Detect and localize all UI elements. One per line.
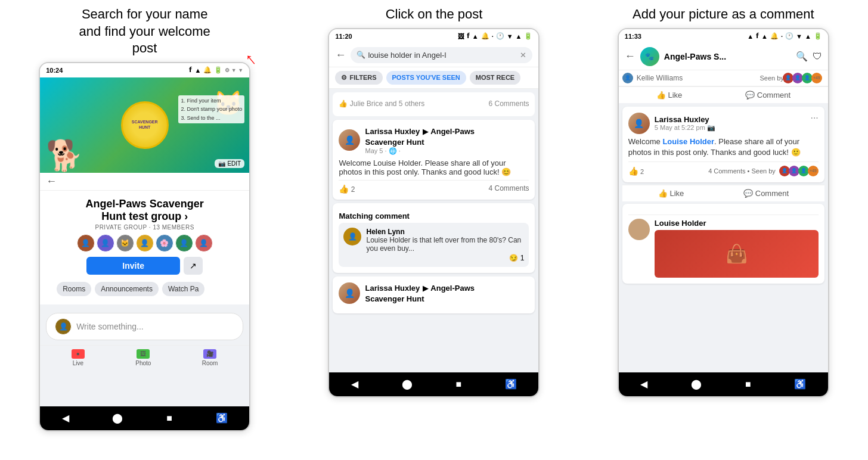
comment-icon-top: 💬 — [745, 91, 755, 100]
liked-by: 👍 Julie Brice and 5 others — [339, 100, 424, 108]
post-avatar-1: 👤 — [339, 129, 360, 151]
time-1: 10:24 — [46, 67, 63, 74]
wifi3-icon: ▼ — [796, 33, 802, 40]
announcements-tab[interactable]: Announcements — [95, 282, 159, 296]
live-icon: ● — [72, 349, 85, 359]
comment-button-top[interactable]: 💬 Comment — [745, 91, 790, 100]
write-placeholder: Write something... — [76, 322, 144, 331]
post-likes: 👍 2 — [339, 184, 355, 194]
feed-area: 👤 Write something... ● Live 🖼 Photo 🎥 Ro… — [40, 308, 249, 406]
edit-button[interactable]: 📷 EDIT — [215, 159, 244, 168]
recents-nav[interactable]: ■ — [166, 413, 172, 424]
bell3-icon: 🔔 — [770, 32, 779, 40]
status-bar-2: 11:20 🖼 𝗳 ▲ 🔔 · 🕐 ▼ ▲ 🔋 — [329, 29, 538, 43]
most-recent-tab[interactable]: MOST RECE — [470, 71, 520, 85]
back-nav[interactable]: ◀ — [62, 412, 69, 424]
back-phone3[interactable]: ← — [625, 50, 636, 63]
search-nav-icon[interactable]: 🔍 — [796, 51, 808, 62]
bag-emoji: 👜 — [726, 243, 748, 264]
back-button[interactable]: ← — [46, 175, 57, 188]
android-nav-3: ◀ ⬤ ■ ♿ — [619, 372, 828, 396]
comment-button-bottom[interactable]: 💬 Comment — [743, 189, 789, 198]
battery-icon: 🔋 — [214, 66, 222, 74]
comment-emoji: 😏 1 — [366, 254, 524, 262]
phone3-scroll: 👤 Larissa Huxley 5 May at 5:22 pm 📷 ··· … — [619, 103, 828, 372]
recents-nav-2[interactable]: ■ — [456, 379, 462, 390]
home-nav[interactable]: ⬤ — [112, 412, 123, 424]
chevron-icon: › — [184, 210, 188, 222]
helen-avatar: 👤 — [343, 228, 361, 245]
user-avatar: 👤 — [55, 318, 72, 335]
posts-seen-tab[interactable]: POSTS YOU'VE SEEN — [386, 71, 466, 85]
android-nav-1: ◀ ⬤ ■ ♿ — [40, 406, 249, 430]
group-meta: PRIVATE GROUP · 13 MEMBERS — [48, 224, 241, 231]
avatar-7: 👤 — [195, 234, 213, 252]
clear-search[interactable]: ✕ — [520, 51, 526, 60]
share-button[interactable]: ↗ — [184, 257, 203, 275]
rooms-tab[interactable]: Rooms — [57, 282, 91, 296]
post-card-2[interactable]: 👤 Larissa Huxley ▶ Angel-Paws Scavenger … — [333, 276, 535, 313]
matching-comment-content: Helen Lynn Louise Holder is that left ov… — [366, 228, 524, 262]
seen-by-user: 👤 Kellie Williams — [622, 73, 683, 83]
post3-date: 5 May at 5:22 pm — [655, 124, 705, 131]
back-search[interactable]: ← — [335, 49, 346, 61]
wifi-icon: ▲ — [194, 67, 201, 74]
like-comment-row-bottom: 👍 Like 💬 Comment — [622, 185, 824, 201]
watchparty-tab[interactable]: Watch Pa — [162, 282, 205, 296]
post-avatar-2: 👤 — [339, 282, 360, 304]
commenter-name: Louise Holder — [655, 219, 819, 228]
fb-like-icon: 👍 — [339, 100, 348, 108]
like-button-top[interactable]: 👍 Like — [656, 91, 683, 100]
seen3-av-more: +49 — [808, 166, 819, 176]
post3-comments-text: 4 Comments • Seen by — [708, 167, 776, 175]
like-button-bottom[interactable]: 👍 Like — [658, 189, 684, 198]
android-nav-2: ◀ ⬤ ■ ♿ — [329, 372, 538, 396]
phone-3: 11:33 ▲ 𝗳 ▲ 🔔 · 🕐 ▼ ▲ 🔋 ← 🐾 Angel-Paws S… — [618, 28, 829, 397]
like-comment-row-top: 👍 Like 💬 Comment — [619, 86, 828, 103]
avatar-5: 🌸 — [156, 234, 173, 252]
quick-tabs: Rooms Announcements Watch Pa — [48, 278, 241, 300]
signal-icon: ▲ — [516, 33, 522, 40]
shield-nav-icon[interactable]: 🛡 — [813, 51, 822, 62]
back-nav-3[interactable]: ◀ — [640, 378, 647, 390]
recents-nav-3[interactable]: ■ — [745, 379, 751, 390]
status-icons-1: 𝗳 ▲ 🔔 🔋 ⚙ ▼ ▼ — [189, 66, 243, 74]
more-options-icon[interactable]: ··· — [810, 113, 818, 123]
group-info: Angel-Paws ScavengerHunt test group › PR… — [40, 191, 249, 308]
photo-action[interactable]: 🖼 Photo — [135, 349, 151, 366]
instruction-2: Click on the post — [374, 0, 495, 28]
write-something-area[interactable]: 👤 Write something... — [46, 313, 243, 340]
room-action[interactable]: 🎥 Room — [202, 349, 218, 366]
column-2: Click on the post 11:20 🖼 𝗳 ▲ 🔔 · 🕐 ▼ ▲ … — [289, 0, 578, 397]
battery2-icon: 🔋 — [524, 32, 532, 40]
room-icon: 🎥 — [203, 349, 216, 359]
group-name: Angel-Paws ScavengerHunt test group › — [48, 198, 241, 223]
post-card-1[interactable]: 👤 Larissa Huxley ▶ Angel-Paws Scavenger … — [333, 120, 535, 200]
seen-by-name: Kellie Williams — [637, 74, 683, 82]
back-nav-2[interactable]: ◀ — [351, 378, 358, 390]
time-3: 11:33 — [625, 33, 641, 40]
accessibility-nav-3[interactable]: ♿ — [794, 378, 806, 390]
top-reactions-row: 👍 Julie Brice and 5 others 6 Comments — [339, 97, 529, 110]
edit-label: EDIT — [227, 160, 241, 167]
home-nav-2[interactable]: ⬤ — [402, 378, 413, 390]
post3-date-row: 5 May at 5:22 pm 📷 — [655, 124, 715, 132]
comment-author: Helen Lynn — [366, 228, 524, 236]
filters-tab[interactable]: ⚙ FILTERS — [335, 71, 382, 85]
accessibility-nav[interactable]: ♿ — [216, 412, 228, 424]
floating-instructions: 1. Find your item2. Don't stamp your pho… — [178, 95, 244, 123]
search-pill[interactable]: 🔍 louise holder in Angel-l ✕ — [351, 47, 532, 63]
post3-author-info: 👤 Larissa Huxley 5 May at 5:22 pm 📷 — [628, 113, 715, 134]
thumbup3-icon: 👍 — [628, 166, 638, 176]
live-action[interactable]: ● Live — [72, 349, 85, 366]
clock3-icon: 🕐 — [785, 32, 793, 40]
search-bar-row: ← 🔍 louise holder in Angel-l ✕ — [329, 43, 538, 67]
home-nav-3[interactable]: ⬤ — [691, 378, 702, 390]
fb-icon2: 𝗳 — [467, 32, 470, 40]
invite-button[interactable]: Invite — [86, 257, 180, 275]
avatar-6: 👤 — [175, 234, 193, 252]
post-card3: 👤 Larissa Huxley 5 May at 5:22 pm 📷 ··· … — [622, 107, 824, 182]
badge-text2: HUNT — [139, 125, 150, 130]
accessibility-nav-2[interactable]: ♿ — [505, 378, 517, 390]
filter-tabs: ⚙ FILTERS POSTS YOU'VE SEEN MOST RECE — [329, 67, 538, 89]
